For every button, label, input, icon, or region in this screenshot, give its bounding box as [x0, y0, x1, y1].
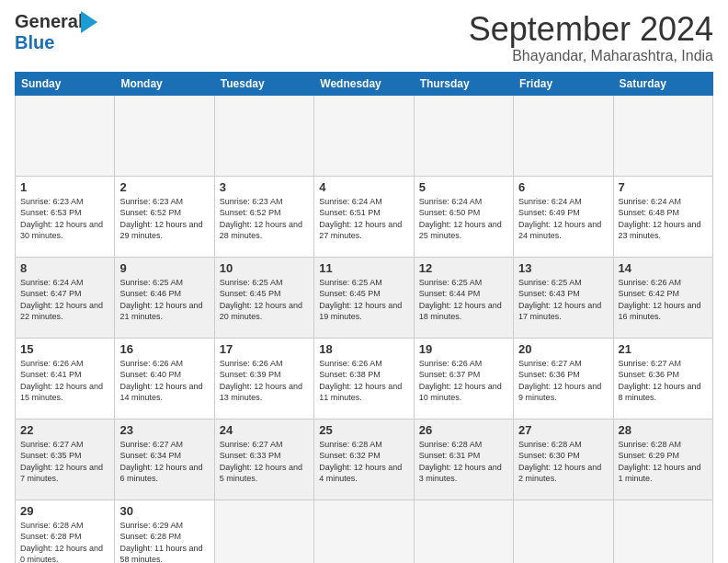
logo-general: General [15, 11, 83, 31]
day-info: Sunrise: 6:27 AMSunset: 6:35 PMDaylight:… [20, 439, 109, 485]
day-info: Sunrise: 6:28 AMSunset: 6:32 PMDaylight:… [319, 439, 408, 485]
day-number: 1 [20, 180, 109, 194]
logo-blue: Blue [15, 32, 54, 52]
day-info: Sunrise: 6:26 AMSunset: 6:41 PMDaylight:… [20, 358, 109, 404]
calendar-week-row: 8Sunrise: 6:24 AMSunset: 6:47 PMDaylight… [16, 257, 713, 338]
day-info: Sunrise: 6:23 AMSunset: 6:52 PMDaylight:… [119, 196, 209, 242]
day-number: 6 [518, 180, 608, 194]
day-info: Sunrise: 6:27 AMSunset: 6:33 PMDaylight:… [220, 439, 309, 485]
day-info: Sunrise: 6:23 AMSunset: 6:53 PMDaylight:… [20, 196, 109, 242]
day-number: 3 [220, 180, 309, 194]
col-thursday: Thursday [414, 72, 513, 95]
table-row [115, 95, 214, 176]
calendar-header-row: Sunday Monday Tuesday Wednesday Thursday… [16, 72, 713, 95]
day-info: Sunrise: 6:28 AMSunset: 6:30 PMDaylight:… [518, 439, 608, 485]
col-wednesday: Wednesday [314, 72, 414, 95]
col-friday: Friday [514, 72, 613, 95]
table-row: 15Sunrise: 6:26 AMSunset: 6:41 PMDayligh… [16, 338, 115, 419]
day-number: 9 [119, 261, 209, 275]
table-row: 18Sunrise: 6:26 AMSunset: 6:38 PMDayligh… [314, 338, 414, 419]
day-number: 27 [518, 423, 608, 437]
table-row [16, 95, 115, 176]
day-number: 18 [319, 342, 408, 356]
table-row [414, 500, 513, 563]
table-row [414, 95, 513, 176]
table-row: 28Sunrise: 6:28 AMSunset: 6:29 PMDayligh… [613, 419, 712, 500]
day-info: Sunrise: 6:25 AMSunset: 6:46 PMDaylight:… [119, 277, 209, 323]
calendar-week-row [16, 95, 713, 176]
day-number: 19 [419, 342, 508, 356]
day-number: 22 [20, 423, 109, 437]
calendar-week-row: 1Sunrise: 6:23 AMSunset: 6:53 PMDaylight… [16, 176, 713, 257]
day-info: Sunrise: 6:24 AMSunset: 6:47 PMDaylight:… [20, 277, 109, 323]
day-info: Sunrise: 6:24 AMSunset: 6:49 PMDaylight:… [518, 196, 608, 242]
table-row: 23Sunrise: 6:27 AMSunset: 6:34 PMDayligh… [115, 419, 214, 500]
table-row: 2Sunrise: 6:23 AMSunset: 6:52 PMDaylight… [115, 176, 214, 257]
day-info: Sunrise: 6:26 AMSunset: 6:38 PMDaylight:… [319, 358, 408, 404]
day-number: 23 [119, 423, 209, 437]
day-info: Sunrise: 6:26 AMSunset: 6:42 PMDaylight:… [619, 277, 708, 323]
col-sunday: Sunday [16, 72, 115, 95]
table-row: 13Sunrise: 6:25 AMSunset: 6:43 PMDayligh… [514, 257, 613, 338]
day-info: Sunrise: 6:25 AMSunset: 6:45 PMDaylight:… [220, 277, 309, 323]
day-number: 29 [20, 504, 109, 518]
day-info: Sunrise: 6:23 AMSunset: 6:52 PMDaylight:… [220, 196, 309, 242]
table-row: 22Sunrise: 6:27 AMSunset: 6:35 PMDayligh… [16, 419, 115, 500]
col-saturday: Saturday [613, 72, 712, 95]
table-row: 1Sunrise: 6:23 AMSunset: 6:53 PMDaylight… [16, 176, 115, 257]
table-row: 19Sunrise: 6:26 AMSunset: 6:37 PMDayligh… [414, 338, 513, 419]
day-number: 5 [419, 180, 508, 194]
table-row: 26Sunrise: 6:28 AMSunset: 6:31 PMDayligh… [414, 419, 513, 500]
day-number: 16 [119, 342, 209, 356]
day-number: 30 [119, 504, 209, 518]
day-info: Sunrise: 6:27 AMSunset: 6:36 PMDaylight:… [518, 358, 608, 404]
day-info: Sunrise: 6:26 AMSunset: 6:37 PMDaylight:… [419, 358, 508, 404]
logo: General Blue [15, 11, 83, 53]
day-number: 15 [20, 342, 109, 356]
day-number: 12 [419, 261, 508, 275]
table-row [214, 500, 313, 563]
calendar-week-row: 22Sunrise: 6:27 AMSunset: 6:35 PMDayligh… [16, 419, 713, 500]
day-info: Sunrise: 6:24 AMSunset: 6:48 PMDaylight:… [619, 196, 708, 242]
day-info: Sunrise: 6:24 AMSunset: 6:51 PMDaylight:… [319, 196, 408, 242]
day-info: Sunrise: 6:25 AMSunset: 6:43 PMDaylight:… [518, 277, 608, 323]
day-info: Sunrise: 6:26 AMSunset: 6:39 PMDaylight:… [220, 358, 309, 404]
table-row [314, 95, 414, 176]
title-block: September 2024 Bhayandar, Maharashtra, I… [469, 11, 713, 64]
table-row: 17Sunrise: 6:26 AMSunset: 6:39 PMDayligh… [214, 338, 313, 419]
table-row: 7Sunrise: 6:24 AMSunset: 6:48 PMDaylight… [613, 176, 712, 257]
table-row: 6Sunrise: 6:24 AMSunset: 6:49 PMDaylight… [514, 176, 613, 257]
table-row [514, 500, 613, 563]
table-row: 3Sunrise: 6:23 AMSunset: 6:52 PMDaylight… [214, 176, 313, 257]
table-row: 24Sunrise: 6:27 AMSunset: 6:33 PMDayligh… [214, 419, 313, 500]
day-number: 8 [20, 261, 109, 275]
table-row [613, 500, 712, 563]
table-row: 5Sunrise: 6:24 AMSunset: 6:50 PMDaylight… [414, 176, 513, 257]
table-row: 29Sunrise: 6:28 AMSunset: 6:28 PMDayligh… [16, 500, 115, 563]
location-title: Bhayandar, Maharashtra, India [469, 48, 713, 64]
table-row: 25Sunrise: 6:28 AMSunset: 6:32 PMDayligh… [314, 419, 414, 500]
day-number: 24 [220, 423, 309, 437]
table-row: 4Sunrise: 6:24 AMSunset: 6:51 PMDaylight… [314, 176, 414, 257]
day-info: Sunrise: 6:28 AMSunset: 6:28 PMDaylight:… [20, 520, 109, 563]
table-row [214, 95, 313, 176]
header: General Blue September 2024 Bhayandar, M… [15, 11, 713, 64]
calendar-week-row: 15Sunrise: 6:26 AMSunset: 6:41 PMDayligh… [16, 338, 713, 419]
col-monday: Monday [115, 72, 214, 95]
day-number: 2 [119, 180, 209, 194]
col-tuesday: Tuesday [214, 72, 313, 95]
day-info: Sunrise: 6:26 AMSunset: 6:40 PMDaylight:… [119, 358, 209, 404]
day-number: 25 [319, 423, 408, 437]
day-info: Sunrise: 6:24 AMSunset: 6:50 PMDaylight:… [419, 196, 508, 242]
day-info: Sunrise: 6:28 AMSunset: 6:31 PMDaylight:… [419, 439, 508, 485]
table-row: 16Sunrise: 6:26 AMSunset: 6:40 PMDayligh… [115, 338, 214, 419]
month-title: September 2024 [469, 11, 713, 48]
table-row: 14Sunrise: 6:26 AMSunset: 6:42 PMDayligh… [613, 257, 712, 338]
day-number: 10 [220, 261, 309, 275]
day-number: 21 [619, 342, 708, 356]
table-row: 11Sunrise: 6:25 AMSunset: 6:45 PMDayligh… [314, 257, 414, 338]
table-row: 20Sunrise: 6:27 AMSunset: 6:36 PMDayligh… [514, 338, 613, 419]
calendar-table: Sunday Monday Tuesday Wednesday Thursday… [15, 72, 713, 563]
table-row: 21Sunrise: 6:27 AMSunset: 6:36 PMDayligh… [613, 338, 712, 419]
table-row [514, 95, 613, 176]
